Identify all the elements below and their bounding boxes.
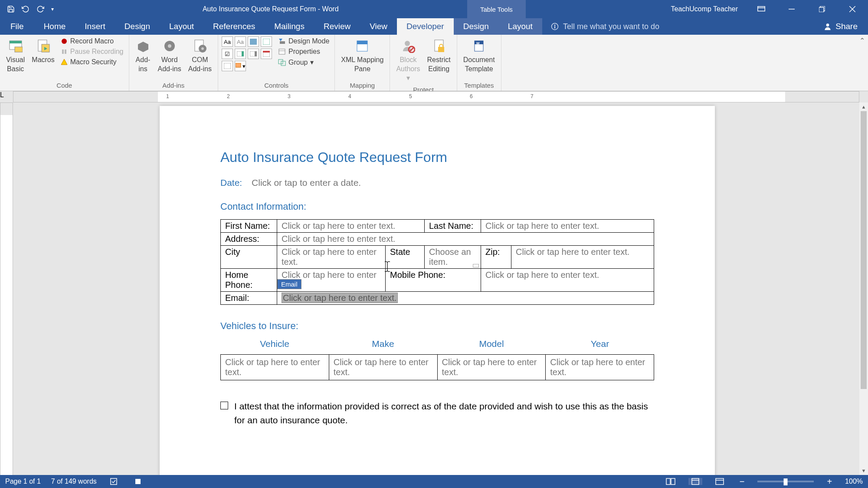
zoom-level[interactable]: 100% [845,478,863,485]
collapse-ribbon-button[interactable]: ⌃ [856,35,868,91]
text-cursor-icon [384,261,391,272]
scroll-down-button[interactable]: ▼ [859,466,868,475]
field-mobile-phone[interactable]: Click or tap here to enter text. [485,270,599,280]
word-addins-button[interactable]: Word Add-ins [155,36,184,76]
tab-layout[interactable]: Layout [160,18,203,35]
field-email[interactable]: Click or tap here to enter text. [282,293,398,303]
status-page[interactable]: Page 1 of 1 [5,478,41,485]
properties-button[interactable]: Properties [276,47,331,56]
svg-rect-43 [357,41,367,44]
scroll-thumb[interactable] [861,111,867,389]
read-mode-button[interactable] [663,478,678,485]
repeating-section-control-button[interactable] [222,61,233,71]
field-year[interactable]: Click or tap here to enter text. [550,357,645,377]
scrollbar-vertical[interactable]: ▲ ▼ [859,102,868,475]
addins-button[interactable]: Add- ins [133,36,154,76]
tab-review[interactable]: Review [314,18,360,35]
field-first-name[interactable]: Click or tap here to enter text. [282,221,395,231]
date-picker-control-button[interactable] [261,49,272,59]
field-make[interactable]: Click or tap here to enter text. [334,357,429,377]
restrict-editing-button[interactable]: Restrict Editing [425,36,453,76]
qat-customize-button[interactable]: ▾ [49,3,56,16]
com-addins-button[interactable]: COM Add-ins [186,36,214,76]
group-label-mapping: Mapping [338,80,386,91]
svg-rect-27 [263,39,270,45]
undo-button[interactable] [19,3,32,16]
macro-security-button[interactable]: Macro Security [59,57,125,67]
dropdown-control-button[interactable] [248,49,259,59]
svg-rect-8 [554,26,555,28]
ruler-horizontal[interactable]: L 1 2 3 4 5 6 7 [0,91,868,102]
tab-developer[interactable]: Developer [397,18,454,35]
tell-me-search[interactable]: Tell me what you want to do [542,18,813,35]
tell-me-placeholder: Tell me what you want to do [563,22,659,31]
page: Auto Insurance Quote Request Form Date: … [160,106,715,477]
redo-button[interactable] [34,3,47,16]
combo-box-control-button[interactable] [235,49,246,59]
ruler-vertical[interactable] [0,102,13,477]
tab-table-layout[interactable]: Layout [498,18,542,35]
status-words[interactable]: 7 of 149 words [51,478,97,485]
field-address[interactable]: Click or tap here to enter text. [282,234,395,244]
svg-point-44 [405,41,410,46]
macros-button[interactable]: Macros [29,36,57,66]
svg-marker-36 [279,39,282,41]
field-model[interactable]: Click or tap here to enter text. [442,357,537,377]
field-city[interactable]: Click or tap here to enter text. [282,247,377,267]
record-macro-button[interactable]: Record Macro [59,36,125,46]
tab-insert[interactable]: Insert [75,18,115,35]
picture-control-button[interactable] [248,36,259,47]
document-viewport[interactable]: Auto Insurance Quote Request Form Date: … [13,102,868,477]
print-layout-button[interactable] [688,478,702,485]
web-layout-button[interactable] [713,478,727,485]
content-control-tag[interactable]: Email [277,279,301,289]
spelling-button[interactable] [107,478,121,485]
field-zip[interactable]: Click or tap here to enter text. [516,247,629,257]
tab-view[interactable]: View [360,18,397,35]
field-home-phone[interactable]: Click or tap here to enter [282,270,377,280]
field-state[interactable]: Choose an item. [429,247,471,267]
xml-mapping-pane-button[interactable]: XML Mapping Pane [338,36,386,76]
zoom-in-button[interactable]: + [824,477,835,487]
attest-checkbox[interactable] [220,402,228,409]
field-vehicle[interactable]: Click or tap here to enter text. [225,357,320,377]
label-mobile-phone: Mobile Phone: [390,270,445,280]
scroll-up-button[interactable]: ▲ [859,102,868,111]
svg-point-25 [201,47,204,50]
tab-home[interactable]: Home [34,18,75,35]
zoom-out-button[interactable]: − [737,477,747,487]
svg-marker-20 [138,42,148,52]
macro-recording-status-button[interactable] [131,478,144,485]
document-template-button[interactable]: WDocument Template [461,36,498,76]
group-button[interactable]: Group ▾ [276,57,331,67]
tab-table-design[interactable]: Design [454,18,498,35]
titlebar: ▾ Auto Insurance Quote Request Form - Wo… [0,0,868,18]
contact-table: First Name: Click or tap here to enter t… [220,219,654,305]
close-button[interactable] [839,0,865,18]
minimize-button[interactable] [779,0,805,18]
tab-design[interactable]: Design [115,18,160,35]
svg-rect-33 [263,51,270,53]
svg-rect-54 [135,479,141,484]
rich-text-control-button[interactable]: Aa [222,36,233,47]
tab-file[interactable]: File [0,18,34,35]
document-title: Auto Insurance Quote Request Form [220,149,654,165]
date-field[interactable]: Click or tap to enter a date. [252,178,361,188]
checkbox-control-button[interactable]: ☑ [222,49,233,59]
field-last-name[interactable]: Click or tap here to enter text. [485,221,599,231]
maximize-button[interactable] [809,0,835,18]
plain-text-control-button[interactable]: Aa [235,36,246,47]
tab-mailings[interactable]: Mailings [265,18,314,35]
svg-rect-53 [111,478,117,485]
tab-references[interactable]: References [203,18,265,35]
block-authors-button[interactable]: Block Authors ▾ [393,36,423,84]
share-button[interactable]: Share [813,18,868,35]
building-block-control-button[interactable] [261,36,272,47]
ribbon-display-options-button[interactable] [748,0,774,18]
user-name[interactable]: TeachUcomp Teacher [671,5,738,13]
visual-basic-button[interactable]: Visual Basic [3,36,27,76]
design-mode-button[interactable]: Design Mode [276,36,331,46]
save-button[interactable] [4,3,17,16]
zoom-slider[interactable] [757,481,814,482]
legacy-tools-button[interactable]: ▾ [235,61,246,71]
